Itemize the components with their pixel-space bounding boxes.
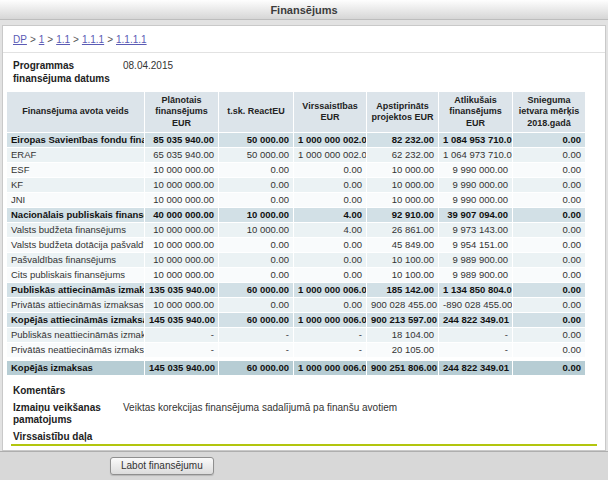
table-row: Nacionālais publiskais finansējums40 000… xyxy=(7,208,585,222)
row-label: ESF xyxy=(7,163,144,177)
row-value: 10 000.00 xyxy=(367,193,438,207)
row-value: 9 954 151.00 xyxy=(439,238,512,252)
table-row: ESF10 000 000.000.000.0010 000.009 990 0… xyxy=(7,163,585,177)
table-row: Kopējās attiecināmās izmaksas145 035 940… xyxy=(7,313,585,327)
table-row: Kopējās izmaksas145 035 940.0060 000.001… xyxy=(7,358,585,375)
row-value: - xyxy=(145,343,218,357)
row-value: 0.00 xyxy=(513,133,585,147)
row-value: 0.00 xyxy=(513,268,585,282)
row-value: 0.00 xyxy=(294,163,366,177)
row-value: 10 000 000.00 xyxy=(145,163,218,177)
table-row: Cits publiskais finansējums10 000 000.00… xyxy=(7,268,585,282)
row-value: 50 000.00 xyxy=(219,148,293,162)
row-value: 0.00 xyxy=(219,298,293,312)
table-row: Valsts budžeta dotācija pašvaldībām10 00… xyxy=(7,238,585,252)
row-label: Pašvaldības finansējums xyxy=(7,253,144,267)
column-header: Atlikušais finansējums EUR xyxy=(439,92,512,132)
virssaistibas-section-title: Virssaistību daļa xyxy=(13,431,597,442)
row-value: -890 028 455.00 xyxy=(439,298,512,312)
comment-label: Komentārs xyxy=(13,385,597,396)
row-value: 10 000 000.00 xyxy=(145,268,218,282)
row-value: 0.00 xyxy=(513,148,585,162)
row-value: 0.00 xyxy=(294,268,366,282)
row-value: - xyxy=(145,328,218,342)
breadcrumb-link-1-1-1-1[interactable]: 1.1.1.1 xyxy=(116,34,147,45)
row-value: 1 000 000 006.01 xyxy=(294,313,366,327)
table-row: Privātās attiecināmās izmaksas10 000 000… xyxy=(7,298,585,312)
row-value: 60 000.00 xyxy=(219,313,293,327)
row-value: 1 000 000 002.01 xyxy=(294,148,366,162)
row-value: 135 035 940.00 xyxy=(145,283,218,297)
row-value: 0.00 xyxy=(513,253,585,267)
breadcrumb-link-dp[interactable]: DP xyxy=(13,34,27,45)
column-header: Finansējuma avota veids xyxy=(7,92,144,132)
row-value: 1 000 000 002.01 xyxy=(294,133,366,147)
breadcrumb-separator: > xyxy=(30,34,36,45)
row-value: 65 035 940.00 xyxy=(145,148,218,162)
row-value: 10 000 000.00 xyxy=(145,178,218,192)
row-value: 26 861.00 xyxy=(367,223,438,237)
row-value: 10 100.00 xyxy=(367,268,438,282)
row-value: 0.00 xyxy=(513,358,585,375)
row-value: 10 000.00 xyxy=(367,178,438,192)
row-value: 0.00 xyxy=(294,178,366,192)
row-value: 0.00 xyxy=(513,283,585,297)
row-value: 0.00 xyxy=(513,223,585,237)
row-value: 9 973 143.00 xyxy=(439,223,512,237)
row-value: 1 064 973 710.01 xyxy=(439,148,512,162)
row-label: Privātās neattiecināmās izmaksas xyxy=(7,343,144,357)
row-value: 39 907 094.00 xyxy=(439,208,512,222)
table-row: ERAF65 035 940.0050 000.001 000 000 002.… xyxy=(7,148,585,162)
program-date-label: Programmas finansējuma datums xyxy=(13,60,110,85)
row-value: 10 100.00 xyxy=(367,253,438,267)
row-value: 10 000 000.00 xyxy=(145,193,218,207)
reason-value: Veiktas korekcijas finansējuma sadalījum… xyxy=(123,402,397,427)
row-label: Privātās attiecināmās izmaksas xyxy=(7,298,144,312)
row-label: Kopējās izmaksas xyxy=(7,358,144,375)
breadcrumb-link-1-1[interactable]: 1.1 xyxy=(56,34,70,45)
footer-bar: Labot finansējumu xyxy=(0,451,608,480)
row-value: 9 989 900.00 xyxy=(439,253,512,267)
row-value: 0.00 xyxy=(294,298,366,312)
row-value: 9 989 900.00 xyxy=(439,268,512,282)
row-value: 0.00 xyxy=(513,298,585,312)
row-value: 0.00 xyxy=(513,208,585,222)
row-value: 0.00 xyxy=(219,253,293,267)
green-divider xyxy=(11,444,597,446)
row-value: 0.00 xyxy=(294,253,366,267)
row-value: 40 000 000.00 xyxy=(145,208,218,222)
row-label: Publiskās neattiecināmās izmaksas xyxy=(7,328,144,342)
reason-label: Izmaiņu veikšanas pamatojums xyxy=(13,402,109,427)
row-value: 10 000 000.00 xyxy=(145,223,218,237)
row-value: 9 990 000.00 xyxy=(439,193,512,207)
row-value: - xyxy=(294,343,366,357)
row-label: Nacionālais publiskais finansējums xyxy=(7,208,144,222)
row-value: 60 000.00 xyxy=(219,283,293,297)
row-label: Publiskās attiecināmās izmaksas xyxy=(7,283,144,297)
breadcrumb-link-1[interactable]: 1 xyxy=(39,34,45,45)
row-value: 45 849.00 xyxy=(367,238,438,252)
breadcrumb-separator: > xyxy=(47,34,53,45)
column-header: Virssaistības EUR xyxy=(294,92,366,132)
table-row: Eiropas Savienības fondu finansējums85 0… xyxy=(7,133,585,147)
row-value: 0.00 xyxy=(513,238,585,252)
reason-row: Izmaiņu veikšanas pamatojums Veiktas kor… xyxy=(13,402,597,427)
breadcrumb: DP>1>1.1>1.1.1>1.1.1.1 xyxy=(3,26,605,53)
column-header: Plānotais finansējums EUR xyxy=(145,92,218,132)
row-value: 0.00 xyxy=(294,193,366,207)
edit-finance-button[interactable]: Labot finansējumu xyxy=(110,457,214,475)
program-date-value: 08.04.2015 xyxy=(123,60,173,85)
row-value: 0.00 xyxy=(219,193,293,207)
row-value: 10 000 000.00 xyxy=(145,253,218,267)
breadcrumb-link-1-1-1[interactable]: 1.1.1 xyxy=(82,34,104,45)
row-value: 1 000 000 006.01 xyxy=(294,283,366,297)
row-value: 92 910.00 xyxy=(367,208,438,222)
row-value: 4.00 xyxy=(294,208,366,222)
row-value: 0.00 xyxy=(513,328,585,342)
finance-table-header-row: Finansējuma avota veids Plānotais finans… xyxy=(7,92,585,132)
column-header: Apstiprināts projektos EUR xyxy=(367,92,438,132)
row-value: 0.00 xyxy=(294,238,366,252)
row-value: 0.00 xyxy=(513,163,585,177)
table-row: Publiskās attiecināmās izmaksas135 035 9… xyxy=(7,283,585,297)
row-value: 18 104.00 xyxy=(367,328,438,342)
